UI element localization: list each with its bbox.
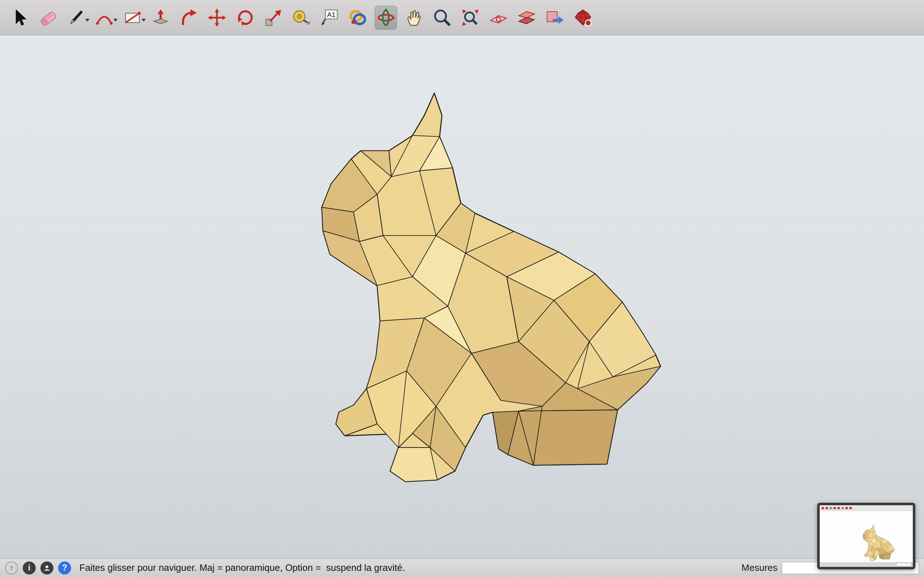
viewport-3d[interactable] [0,35,924,558]
tape-measure-tool[interactable] [287,3,315,32]
text-tool[interactable]: A1 [315,3,344,32]
mini-toolbar-glyph [834,507,836,509]
rectangle-tool-dropdown[interactable] [142,19,146,22]
help-icon[interactable]: ? [58,561,71,574]
pencil-icon [66,8,86,27]
svg-text:A1: A1 [327,10,335,18]
extension-warehouse-gem-icon [573,8,593,27]
mini-toolbar-glyph [842,507,844,509]
follow-me-tool[interactable] [175,3,203,32]
line-tool-dropdown[interactable] [85,19,89,22]
follow-me-icon [179,8,199,27]
mini-toolbar-glyph [822,507,824,509]
mini-measurements-box [896,563,911,566]
select-arrow-icon [10,8,30,27]
move-icon [207,8,227,27]
paint-bucket-icon [348,8,367,27]
status-bar: i ? Faites glisser pour naviguer. Maj = … [0,558,924,577]
section-plane-icon [489,8,508,27]
extension-warehouse-tool[interactable] [569,3,597,32]
zoom-icon [432,8,452,27]
tape-measure-icon [292,8,311,27]
section-display-tool[interactable] [512,3,541,32]
push-pull-tool[interactable] [147,3,175,32]
geolocation-icon[interactable] [5,561,18,574]
send-to-layout-icon [545,8,564,27]
mini-model-cat [862,524,895,561]
section-plane-tool[interactable] [485,3,512,32]
mini-preview-window[interactable] [817,503,915,569]
arc-tool-dropdown[interactable] [113,19,118,22]
rectangle-icon [123,8,142,27]
orbit-tool[interactable] [372,3,400,32]
info-icon[interactable]: i [23,561,36,574]
move-tool[interactable] [203,3,231,32]
mini-toolbar-glyph [829,507,832,509]
model-3d-cat [0,35,924,558]
arc-icon [95,8,114,27]
zoom-extents-icon [460,8,480,27]
text-icon: A1 [320,8,339,27]
eraser-icon [38,8,58,27]
select-tool[interactable] [6,3,34,32]
rotate-icon [235,8,255,27]
zoom-tool[interactable] [428,3,456,32]
status-hint-text: Faites glisser pour naviguer. Maj = pano… [79,562,405,574]
mini-toolbar-glyph [849,507,852,509]
mini-toolbar-glyph [837,507,840,509]
account-icon[interactable] [40,561,53,574]
scale-icon [263,8,283,27]
eraser-tool[interactable] [34,3,62,32]
rectangle-tool[interactable] [118,3,147,32]
mini-toolbar-glyph [845,507,848,509]
send-to-layout-tool[interactable] [541,3,569,32]
scale-tool[interactable] [259,3,287,32]
mini-window-statusbar [820,562,913,567]
push-pull-icon [151,8,170,27]
mini-toolbar-glyph [825,507,828,509]
measurements-label: Mesures [741,562,777,574]
arc-tool[interactable] [90,3,118,32]
mini-window-toolbar [820,505,913,511]
orbit-icon [376,8,396,27]
pan-tool[interactable] [400,3,428,32]
main-toolbar: A1 [0,0,924,35]
mini-window-canvas [820,511,913,562]
line-tool[interactable] [62,3,90,32]
zoom-extents-tool[interactable] [456,3,485,32]
section-display-icon [517,8,536,27]
rotate-tool[interactable] [231,3,259,32]
pan-hand-icon [404,8,424,27]
paint-bucket-tool[interactable] [344,3,372,32]
